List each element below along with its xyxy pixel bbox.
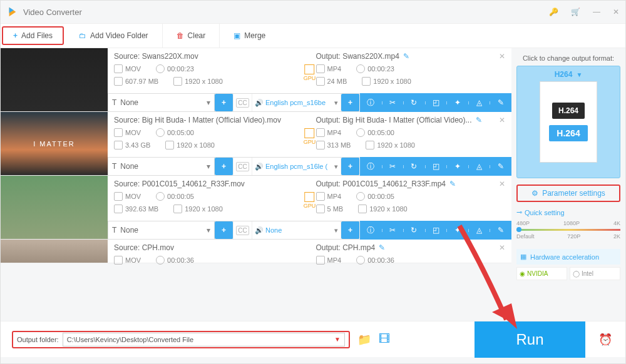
- clock-icon: [356, 192, 365, 201]
- rotate-tool[interactable]: ↻: [403, 98, 425, 108]
- source-info: Source: Big Hit Buda- I Matter (Official…: [108, 112, 310, 157]
- run-label: Run: [516, 331, 543, 348]
- resolution-icon: [358, 205, 367, 213]
- minimize-button[interactable]: —: [593, 8, 600, 16]
- codec-blue: H.264: [549, 125, 587, 141]
- plus-icon: +: [13, 31, 18, 40]
- param-label: Parameter settings: [542, 189, 605, 198]
- format-icon: [114, 256, 123, 265]
- open-folder-button[interactable]: 📁: [357, 333, 371, 346]
- info-tool[interactable]: ⓘ: [360, 98, 382, 108]
- rotate-tool[interactable]: ↻: [403, 225, 425, 236]
- quick-label: Quick setting: [525, 209, 565, 216]
- cart-icon[interactable]: 🛒: [571, 8, 580, 16]
- clock-icon: [156, 128, 165, 137]
- film-icon[interactable]: 🎞: [379, 333, 390, 346]
- audio-dropdown[interactable]: 🔊English pcm_s16le (▾: [252, 158, 341, 175]
- audio-dropdown[interactable]: 🔊English pcm_s16be▾: [252, 94, 341, 111]
- parameter-settings-button[interactable]: ⚙ Parameter settings: [516, 185, 620, 202]
- resolution-icon: [366, 141, 374, 149]
- intel-badge: ◯Intel: [570, 267, 620, 280]
- effect-tool[interactable]: ✦: [446, 98, 468, 108]
- resolution-icon: [173, 205, 182, 213]
- edit-icon[interactable]: ✎: [476, 116, 482, 124]
- resolution-icon: [362, 77, 371, 86]
- add-folder-button[interactable]: 🗀 Add Video Folder: [65, 24, 163, 48]
- item-toolbar: TNone▾ + CC 🔊None▾ + ⓘ ✂ ↻ ◰ ✦ ◬ ✎: [108, 221, 511, 240]
- alarm-icon[interactable]: ⏰: [593, 321, 618, 358]
- output-info: Output: Swans220X.mp4✎ MP400:00:23 24 MB…: [310, 48, 512, 93]
- file-list: Source: Swans220X.mov MOV00:00:23 607.97…: [1, 48, 511, 321]
- add-subtitle-button[interactable]: +: [215, 94, 233, 111]
- format-icon: [316, 256, 325, 265]
- output-folder-path: C:\Users\Kevincy\Desktop\Converted File: [67, 336, 193, 343]
- thumbnail[interactable]: [1, 48, 108, 111]
- edit-icon[interactable]: ✎: [449, 179, 456, 188]
- rotate-tool[interactable]: ↻: [403, 161, 425, 172]
- output-label: Output: CPH.mp4✎: [316, 243, 506, 252]
- quick-icon: ⊸: [516, 208, 522, 216]
- settings-icon: ⚙: [531, 189, 538, 198]
- edit-tool[interactable]: ✎: [490, 98, 511, 108]
- edit-tool[interactable]: ✎: [490, 225, 511, 236]
- edit-icon[interactable]: ✎: [379, 243, 385, 252]
- gpu-badge: GPU: [304, 128, 316, 145]
- info-tool[interactable]: ⓘ: [360, 225, 382, 236]
- output-info: Output: CPH.mp4✎ MP400:00:36: [310, 240, 512, 272]
- edit-icon[interactable]: ✎: [403, 52, 409, 61]
- close-button[interactable]: ✕: [613, 8, 619, 16]
- quality-slider[interactable]: 480P1080P4K Default720P2K: [516, 220, 620, 245]
- add-audio-button[interactable]: +: [341, 158, 360, 175]
- app-title: Video Converter: [23, 8, 82, 17]
- add-subtitle-button[interactable]: +: [215, 158, 233, 175]
- output-label: Output: Swans220X.mp4✎: [316, 52, 506, 61]
- edit-tool[interactable]: ✎: [490, 161, 511, 172]
- output-format-box[interactable]: H264 ▼ H.264 H.264: [516, 66, 620, 178]
- watermark-tool[interactable]: ◬: [468, 225, 490, 236]
- remove-item-button[interactable]: ✕: [499, 243, 505, 252]
- key-icon[interactable]: 🔑: [549, 8, 558, 16]
- cut-tool[interactable]: ✂: [382, 98, 404, 108]
- remove-item-button[interactable]: ✕: [499, 116, 505, 124]
- remove-item-button[interactable]: ✕: [499, 179, 505, 188]
- add-audio-button[interactable]: +: [341, 94, 360, 111]
- add-audio-button[interactable]: +: [341, 221, 360, 239]
- watermark-tool[interactable]: ◬: [468, 98, 490, 108]
- format-hint: Click to change output format:: [516, 54, 620, 62]
- output-folder-input[interactable]: C:\Users\Kevincy\Desktop\Converted File …: [63, 333, 345, 346]
- output-label: Output: Big Hit Buda- I Matter (Official…: [316, 116, 506, 124]
- effect-tool[interactable]: ✦: [446, 161, 468, 172]
- subtitle-dropdown[interactable]: TNone▾: [108, 226, 214, 235]
- effect-tool[interactable]: ✦: [446, 225, 468, 236]
- add-subtitle-button[interactable]: +: [215, 221, 233, 239]
- thumbnail[interactable]: [1, 240, 108, 263]
- cut-tool[interactable]: ✂: [382, 225, 404, 236]
- subtitle-dropdown[interactable]: TNone▾: [108, 98, 214, 107]
- crop-tool[interactable]: ◰: [425, 225, 447, 236]
- info-tool[interactable]: ⓘ: [360, 161, 382, 172]
- add-folder-label: Add Video Folder: [90, 31, 148, 40]
- merge-button[interactable]: ▣ Merge: [220, 24, 279, 48]
- thumbnail[interactable]: I MATTER: [1, 112, 108, 175]
- remove-item-button[interactable]: ✕: [499, 52, 505, 61]
- cut-tool[interactable]: ✂: [382, 161, 404, 172]
- add-files-label: Add Files: [21, 31, 53, 40]
- clear-button[interactable]: 🗑 Clear: [163, 24, 220, 48]
- crop-tool[interactable]: ◰: [425, 161, 447, 172]
- audio-dropdown[interactable]: 🔊None▾: [252, 221, 341, 239]
- subtitle-dropdown[interactable]: TNone▾: [108, 162, 214, 171]
- resolution-icon: [165, 141, 174, 149]
- clear-label: Clear: [188, 31, 206, 40]
- folder-size-icon: [114, 205, 123, 213]
- trash-icon: 🗑: [177, 31, 184, 40]
- crop-tool[interactable]: ◰: [425, 98, 447, 108]
- cc-button[interactable]: CC: [233, 221, 252, 239]
- thumbnail[interactable]: [1, 176, 108, 239]
- watermark-tool[interactable]: ◬: [468, 161, 490, 172]
- add-files-button[interactable]: + Add Files: [2, 26, 64, 45]
- folder-icon: 🗀: [79, 31, 86, 40]
- hardware-accel[interactable]: ▦ Hardware acceleration: [516, 249, 620, 265]
- run-button[interactable]: Run: [475, 321, 585, 358]
- cc-button[interactable]: CC: [233, 94, 252, 111]
- cc-button[interactable]: CC: [233, 158, 252, 175]
